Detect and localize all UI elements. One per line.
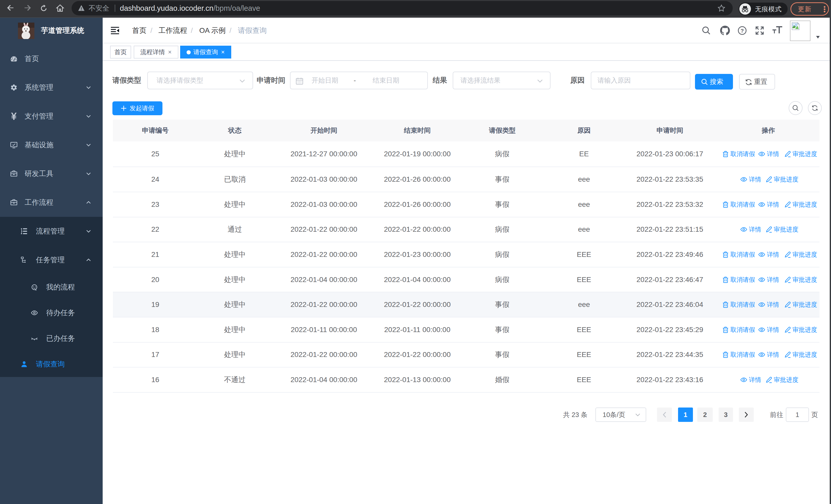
svg-text:?: ? <box>741 28 744 34</box>
